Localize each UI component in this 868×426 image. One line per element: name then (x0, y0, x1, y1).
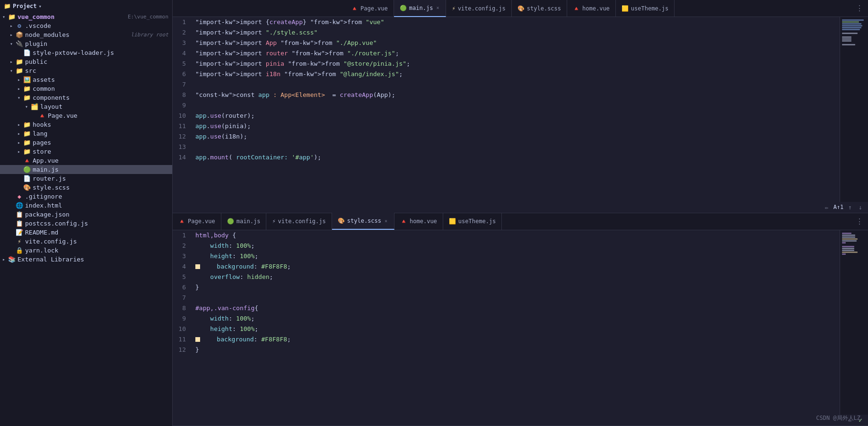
root-path: E:\vue_common (128, 14, 172, 20)
tab-label-vite-config-js: vite.config.js (458, 5, 506, 12)
file-label-style.scss: style.scss (31, 184, 172, 191)
code-line-6: "import-kw">import i18n "from-kw">from "… (195, 69, 836, 79)
tree-item-style.scss[interactable]: 🎨 style.scss (0, 183, 172, 192)
tab-icon-page-vue: 🔺 (351, 5, 358, 12)
line-num-7: 7 (176, 79, 186, 90)
file-icon-public: 📁 (15, 58, 24, 65)
tab-bottom-vite-config-js-2[interactable]: ⚡ vite.config.js (266, 213, 332, 230)
tab-top-vite-config-js[interactable]: ⚡ vite.config.js (446, 0, 511, 17)
tab-bottom-label-home-vue-2: home.vue (410, 218, 437, 225)
file-label-hooks: hooks (31, 121, 172, 128)
bottom-code-line-9: width: 100%; (195, 313, 836, 324)
top-code-area[interactable]: "import-kw">import {createApp} "from-kw"… (192, 17, 840, 202)
tree-item-main.js[interactable]: 🟢 main.js (0, 165, 172, 174)
tree-item-src[interactable]: ▾ 📁 src (0, 66, 172, 75)
tree-item-vscode[interactable]: ▸ ⚙️ .vscode (0, 21, 172, 30)
line-num-2: 2 (176, 27, 186, 38)
tree-item-App.vue[interactable]: 🔺 App.vue (0, 156, 172, 165)
code-line-7 (195, 79, 836, 90)
top-editor-toolbar: ✏ A↑1 ↑ ↓ (173, 202, 868, 213)
tree-item-index.html[interactable]: 🌐 index.html (0, 201, 172, 210)
bottom-code-line-1: html,body { (195, 230, 836, 241)
tree-item-yarn.lock[interactable]: 🔒 yarn.lock (0, 246, 172, 255)
code-line-3: "import-kw">import App "from-kw">from ".… (195, 38, 836, 48)
bottom-editor-content: 123456789101112 html,body { width: 100%;… (173, 230, 868, 415)
tab-bottom-close-style-scss-2[interactable]: × (384, 218, 388, 224)
tree-item-README.md[interactable]: 📝 README.md (0, 228, 172, 237)
tree-item-common[interactable]: ▸ 📁 common (0, 84, 172, 93)
tree-arrow-plugin: ▾ (8, 41, 15, 46)
tab-bottom-useTheme-js-2[interactable]: 🟨 useTheme.js (443, 213, 502, 230)
pencil-icon[interactable]: ✏ (823, 203, 831, 212)
tree-item-public[interactable]: ▸ 📁 public (0, 57, 172, 66)
tree-item-External Libraries[interactable]: ▸ 📚 External Libraries (0, 255, 172, 264)
file-label-App.vue: App.vue (31, 157, 172, 164)
bottom-line-num-12: 12 (176, 345, 186, 355)
line-num-14: 14 (176, 152, 186, 163)
tree-item-node_modules[interactable]: ▸ 📦 node_modules library root (0, 30, 172, 39)
tab-bottom-style-scss-2[interactable]: 🎨 style.scss × (332, 213, 395, 230)
prev-match-button[interactable]: ↑ (846, 203, 854, 212)
tab-top-home-vue[interactable]: 🔺 home.vue (567, 0, 616, 17)
bottom-editor-pane: 123456789101112 html,body { width: 100%;… (173, 230, 868, 426)
tab-top-style-scss[interactable]: 🎨 style.scss (512, 0, 567, 17)
tree-arrow-common: ▸ (15, 86, 23, 91)
tree-item-components[interactable]: ▾ 📁 components (0, 93, 172, 102)
tree-arrow-src: ▾ (8, 68, 15, 73)
file-icon-store: 📁 (23, 148, 31, 155)
tab-bottom-icon-style-scss-2: 🎨 (338, 217, 345, 224)
root-label: vue_common (16, 13, 128, 20)
tab-top-page-vue[interactable]: 🔺 Page.vue (345, 0, 394, 17)
file-label-yarn.lock: yarn.lock (24, 247, 172, 254)
code-line-2: "import-kw">import "./style.scss" (195, 27, 836, 38)
root-arrow: ▾ (0, 14, 8, 19)
tree-item-gitignore[interactable]: ◆ .gitignore (0, 192, 172, 201)
bottom-editor-toolbar: ✏ ✓ (173, 415, 868, 426)
tree-arrow-node_modules: ▸ (8, 32, 15, 37)
tree-item-plugin[interactable]: ▾ 🔌 plugin (0, 39, 172, 48)
bottom-code-area[interactable]: html,body { width: 100%; height: 100%; b… (192, 230, 840, 415)
tree-root[interactable]: ▾ 📁 vue_common E:\vue_common (0, 12, 172, 21)
project-title: Project (13, 3, 37, 9)
file-tree: 📁 Project ▾ ▾ 📁 vue_common E:\vue_common… (0, 0, 173, 426)
top-tabbar-more[interactable]: ⋮ (851, 4, 868, 13)
tab-bottom-page-vue-2[interactable]: 🔺 Page.vue (173, 213, 221, 230)
tree-item-lang[interactable]: ▸ 📁 lang (0, 129, 172, 138)
tree-item-postcss.config.js[interactable]: 📋 postcss.config.js (0, 219, 172, 228)
tree-arrow-External Libraries: ▸ (0, 257, 8, 262)
file-icon-vscode: ⚙️ (15, 22, 24, 29)
tree-item-Page.vue[interactable]: 🔺 Page.vue (0, 111, 172, 120)
tree-arrow-hooks: ▸ (15, 122, 23, 127)
file-icon-common: 📁 (23, 85, 31, 92)
file-label-node_modules: node_modules (24, 31, 131, 38)
tab-label-home-vue: home.vue (582, 5, 610, 12)
tree-item-style-pxtovw[interactable]: 📄 style-pxtovw-loader.js (0, 48, 172, 57)
tab-top-useTheme-js[interactable]: 🟨 useTheme.js (616, 0, 675, 17)
tab-bottom-main-js-2[interactable]: 🟢 main.js (221, 213, 267, 230)
tab-bottom-icon-main-js-2: 🟢 (227, 218, 234, 225)
tree-item-router.js[interactable]: 📄 router.js (0, 174, 172, 183)
tab-bottom-home-vue-2[interactable]: 🔺 home.vue (395, 213, 443, 230)
tree-item-package.json[interactable]: 📋 package.json (0, 210, 172, 219)
tab-top-main-js[interactable]: 🟢 main.js × (394, 0, 447, 17)
tab-bottom-icon-page-vue-2: 🔺 (178, 218, 185, 225)
tree-item-pages[interactable]: ▸ 📁 pages (0, 138, 172, 147)
tab-icon-vite-config-js: ⚡ (452, 5, 455, 12)
file-icon-layout: 🗂️ (30, 103, 39, 110)
tree-item-assets[interactable]: ▸ 🖼️ assets (0, 75, 172, 84)
project-icon: 📁 (4, 3, 11, 9)
bottom-line-numbers: 123456789101112 (173, 230, 192, 415)
watermark: CSDN @局外人LZ (816, 414, 860, 422)
tree-item-store[interactable]: ▸ 📁 store (0, 147, 172, 156)
tree-arrow-assets: ▸ (15, 77, 23, 82)
line-marker-11 (195, 337, 200, 342)
bottom-tabbar-more[interactable]: ⋮ (851, 217, 868, 226)
folder-icon: 📁 (8, 13, 16, 20)
tree-item-hooks[interactable]: ▸ 📁 hooks (0, 120, 172, 129)
next-match-button[interactable]: ↓ (857, 203, 864, 212)
tree-item-layout[interactable]: ▾ 🗂️ layout (0, 102, 172, 111)
file-label-vscode: .vscode (24, 22, 172, 29)
tree-item-vite.config.js[interactable]: ⚡ vite.config.js (0, 237, 172, 246)
project-header[interactable]: 📁 Project ▾ (0, 0, 172, 12)
tab-close-main-js[interactable]: × (435, 5, 440, 10)
